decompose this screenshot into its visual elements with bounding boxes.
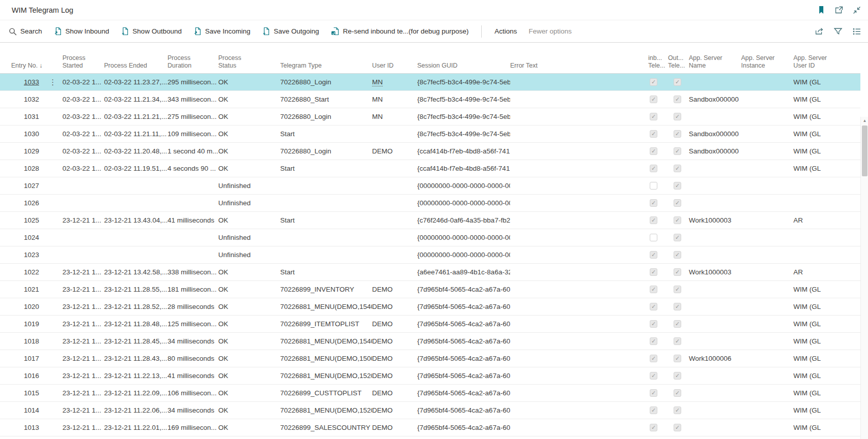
cell-duration[interactable] xyxy=(168,177,218,194)
table-row[interactable]: 102523-12-21 1...23-12-21 13.43.04,...41… xyxy=(0,212,860,229)
cell-instance[interactable] xyxy=(741,229,793,246)
cell-ended[interactable]: 02-03-22 11.23.27,... xyxy=(104,74,168,90)
cell-started[interactable]: 23-12-21 1... xyxy=(62,298,104,315)
cell-started[interactable]: 02-03-22 1... xyxy=(62,160,104,177)
cell-entry_no[interactable]: 1028 xyxy=(0,160,43,177)
cell-instance[interactable] xyxy=(741,91,793,108)
cell-error[interactable] xyxy=(510,160,641,177)
collapse-icon[interactable] xyxy=(852,5,862,15)
column-header-guid[interactable]: Session GUID xyxy=(417,62,510,73)
cell-server_name[interactable] xyxy=(689,367,741,384)
cell-server_user[interactable] xyxy=(793,246,860,263)
cell-entry_no[interactable]: 1019 xyxy=(0,316,43,332)
table-row[interactable]: 101623-12-21 1...23-12-21 11.22.13,...41… xyxy=(0,367,860,385)
cell-guid[interactable]: {8c7fecf5-b3c4-499e-9c74-5eb... xyxy=(417,126,510,142)
cell-out[interactable]: ✓ xyxy=(666,212,689,229)
table-row[interactable]: 1033⋮02-03-22 1...02-03-22 11.23.27,...2… xyxy=(0,74,860,91)
entry-no-link[interactable]: 1016 xyxy=(24,372,39,380)
cell-out[interactable]: ✓ xyxy=(666,316,689,332)
cell-status[interactable]: OK xyxy=(218,298,280,315)
cell-user[interactable] xyxy=(372,264,417,280)
cell-server_name[interactable] xyxy=(689,419,741,436)
cell-inb[interactable]: ✓ xyxy=(641,367,666,384)
cell-user[interactable] xyxy=(372,246,417,263)
entry-no-link[interactable]: 1028 xyxy=(24,165,39,172)
cell-ended[interactable]: 23-12-21 11.22.01,... xyxy=(104,419,168,436)
table-row[interactable]: 102802-03-22 1...02-03-22 11.19.51,...4 … xyxy=(0,160,860,177)
cell-guid[interactable]: {7d965bf4-5065-4ca2-a67a-60... xyxy=(417,419,510,436)
cell-duration[interactable]: 338 millisecon... xyxy=(168,264,218,280)
cell-type[interactable]: Start xyxy=(280,126,372,142)
cell-guid[interactable]: {00000000-0000-0000-0000-00... xyxy=(417,195,510,211)
cell-error[interactable] xyxy=(510,212,641,229)
cell-user[interactable]: DEMO xyxy=(372,367,417,384)
cell-entry_no[interactable]: 1015 xyxy=(0,385,43,401)
cell-error[interactable] xyxy=(510,195,641,211)
cell-status[interactable]: OK xyxy=(218,143,280,160)
table-row[interactable]: 101723-12-21 1...23-12-21 11.28.43,...80… xyxy=(0,350,860,367)
cell-entry_no[interactable]: 1016 xyxy=(0,367,43,384)
cell-ended[interactable]: 02-03-22 11.21.21,... xyxy=(104,108,168,125)
column-header-server_user[interactable]: App. Server User ID xyxy=(793,54,860,73)
cell-menu[interactable]: ⋮ xyxy=(43,74,62,90)
cell-user[interactable] xyxy=(372,229,417,246)
cell-guid[interactable]: {7d965bf4-5065-4ca2-a67a-60... xyxy=(417,350,510,367)
cell-user[interactable]: DEMO xyxy=(372,350,417,367)
cell-ended[interactable]: 23-12-21 11.28.55,... xyxy=(104,281,168,298)
cell-started[interactable]: 23-12-21 1... xyxy=(62,402,104,419)
entry-no-link[interactable]: 1018 xyxy=(24,337,39,345)
cell-error[interactable] xyxy=(510,402,641,419)
cell-status[interactable]: OK xyxy=(218,91,280,108)
bookmark-icon[interactable] xyxy=(816,5,826,15)
cell-duration[interactable]: 343 millisecon... xyxy=(168,91,218,108)
cell-out[interactable]: ✓ xyxy=(666,281,689,298)
filter-icon[interactable] xyxy=(833,26,843,37)
cell-instance[interactable] xyxy=(741,316,793,332)
entry-no-link[interactable]: 1025 xyxy=(24,216,39,224)
cell-type[interactable]: Start xyxy=(280,160,372,177)
cell-type[interactable]: 70226899_CUSTTOPLIST xyxy=(280,385,372,401)
cell-status[interactable]: OK xyxy=(218,74,280,90)
cell-out[interactable]: ✓ xyxy=(666,350,689,367)
cell-server_name[interactable] xyxy=(689,229,741,246)
cell-inb[interactable]: ✓ xyxy=(641,316,666,332)
cell-ended[interactable]: 23-12-21 13.43.04,... xyxy=(104,212,168,229)
cell-inb[interactable]: ✓ xyxy=(641,385,666,401)
cell-server_user[interactable]: WIM (GL xyxy=(793,350,860,367)
cell-inb[interactable]: ✓ xyxy=(641,212,666,229)
cell-out[interactable]: ✓ xyxy=(666,333,689,350)
column-header-type[interactable]: Telegram Type xyxy=(280,62,372,73)
cell-type[interactable]: 70226881_MENU(DEMO,15200) xyxy=(280,367,372,384)
cell-started[interactable]: 02-03-22 1... xyxy=(62,143,104,160)
cell-entry_no[interactable]: 1029 xyxy=(0,143,43,160)
cell-inb[interactable] xyxy=(641,177,666,194)
cell-status[interactable]: OK xyxy=(218,419,280,436)
cell-server_user[interactable] xyxy=(793,177,860,194)
cell-guid[interactable]: {ccaf414b-f7eb-4bd8-a56f-741... xyxy=(417,160,510,177)
cell-out[interactable]: ✓ xyxy=(666,402,689,419)
cell-inb[interactable]: ✓ xyxy=(641,126,666,142)
cell-server_user[interactable]: WIM (GL xyxy=(793,160,860,177)
cell-type[interactable] xyxy=(280,177,372,194)
table-row[interactable]: 101823-12-21 1...23-12-21 11.28.45,...34… xyxy=(0,333,860,350)
entry-no-link[interactable]: 1019 xyxy=(24,320,39,328)
cell-type[interactable]: 70226880_Login xyxy=(280,108,372,125)
cell-menu[interactable] xyxy=(43,229,62,246)
cell-server_name[interactable] xyxy=(689,316,741,332)
cell-duration[interactable]: 169 millisecon... xyxy=(168,419,218,436)
cell-out[interactable]: ✓ xyxy=(666,246,689,263)
cell-duration[interactable]: 181 millisecon... xyxy=(168,281,218,298)
cell-error[interactable] xyxy=(510,91,641,108)
table-row[interactable]: 101323-12-21 1...23-12-21 11.22.01,...16… xyxy=(0,419,860,436)
cell-server_user[interactable] xyxy=(793,195,860,211)
cell-instance[interactable] xyxy=(741,126,793,142)
cell-error[interactable] xyxy=(510,419,641,436)
cell-entry_no[interactable]: 1017 xyxy=(0,350,43,367)
cell-server_name[interactable] xyxy=(689,74,741,90)
entry-no-link[interactable]: 1024 xyxy=(24,234,39,241)
cell-instance[interactable] xyxy=(741,333,793,350)
cell-error[interactable] xyxy=(510,177,641,194)
entry-no-link[interactable]: 1022 xyxy=(24,268,39,276)
cell-ended[interactable]: 23-12-21 11.28.48,... xyxy=(104,316,168,332)
cell-type[interactable]: Start xyxy=(280,212,372,229)
